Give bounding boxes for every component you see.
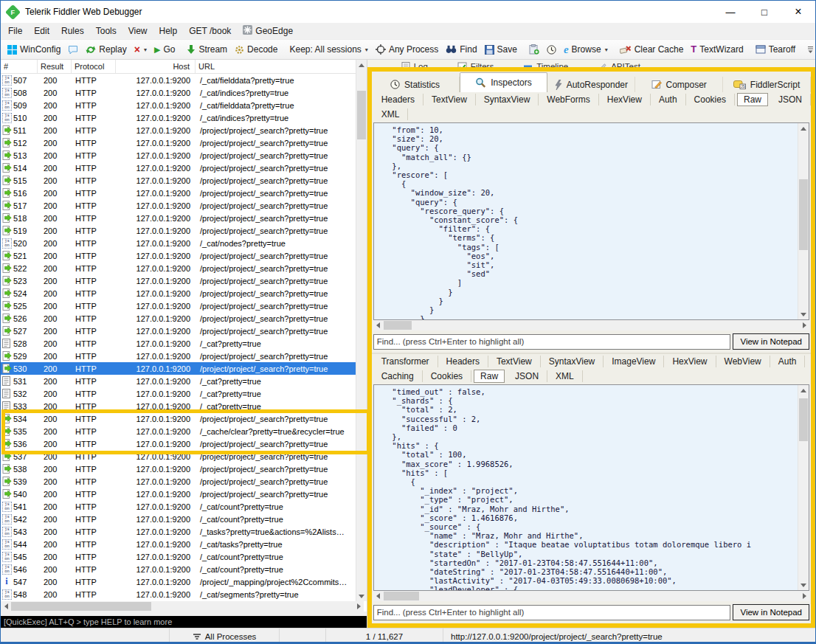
menu-item-edit[interactable]: Edit <box>28 24 55 38</box>
request-tab-json[interactable]: JSON <box>770 94 811 105</box>
toolbar-overflow-icon[interactable] <box>803 44 816 55</box>
response-tab-xml[interactable]: XML <box>547 370 583 382</box>
quickexec-bar[interactable]: [QuickExec] ALT+Q > type HELP to learn m… <box>1 616 367 628</box>
column-header-num[interactable]: # <box>1 60 38 73</box>
session-row-536[interactable]: 536200HTTP127.0.0.1:9200/project/project… <box>1 437 364 450</box>
session-row-546[interactable]: json546200HTTP127.0.0.1:9200/_cat/count?… <box>1 563 364 575</box>
tab-log[interactable]: Log <box>401 60 428 67</box>
session-row-539[interactable]: 539200HTTP127.0.0.1:9200/project/project… <box>1 475 364 488</box>
session-row-540[interactable]: 540200HTTP127.0.0.1:9200/project/project… <box>1 488 364 500</box>
session-row-512[interactable]: 512200HTTP127.0.0.1:9200/project/project… <box>1 136 364 149</box>
session-row-538[interactable]: 538200HTTP127.0.0.1:9200/project/project… <box>1 463 364 475</box>
toolbar-button-clock[interactable] <box>543 44 560 56</box>
request-raw-view[interactable]: "from": 10, "size": 20, "query": { "matc… <box>373 122 809 320</box>
response-hscrollbar[interactable] <box>373 591 809 601</box>
toolbar-button-stream[interactable]: Stream <box>183 43 231 56</box>
response-tab-cookies[interactable]: Cookies <box>423 370 471 382</box>
session-row-532[interactable]: 532200HTTP127.0.0.1:9200/_cat?pretty=tru… <box>1 387 364 400</box>
response-tab-caching[interactable]: Caching <box>373 370 423 382</box>
session-row-531[interactable]: 531200HTTP127.0.0.1:9200/_cat?pretty=tru… <box>1 375 364 387</box>
menu-item-get-book[interactable]: GET /book <box>183 24 237 38</box>
menu-item-file[interactable]: File <box>2 24 28 38</box>
session-row-543[interactable]: json543200HTTP127.0.0.1:9200/_tasks?pret… <box>1 525 364 538</box>
toolbar-button-deletex[interactable]: ×▾ <box>131 44 151 55</box>
vscroll-thumb[interactable] <box>799 398 808 441</box>
toolbar-button-go[interactable]: ▶Go <box>151 43 179 56</box>
view-in-notepad-button[interactable]: View in Notepad <box>733 604 809 620</box>
response-tab-headers[interactable]: Headers <box>438 356 488 367</box>
scroll-down-icon[interactable] <box>798 309 809 319</box>
session-row-519[interactable]: 519200HTTP127.0.0.1:9200/project/project… <box>1 224 364 237</box>
session-row-535[interactable]: 535200HTTP127.0.0.1:9200/_cache/clear?pr… <box>1 425 364 437</box>
toolbar-button-replay[interactable]: Replay <box>82 43 130 56</box>
session-row-534[interactable]: 534200HTTP127.0.0.1:9200/project/project… <box>1 412 364 425</box>
scroll-right-icon[interactable] <box>799 591 809 601</box>
request-hscrollbar[interactable] <box>373 320 809 330</box>
session-row-529[interactable]: 529200HTTP127.0.0.1:9200/project/project… <box>1 350 364 362</box>
scroll-up-icon[interactable] <box>356 60 367 70</box>
request-tab-webforms[interactable]: WebForms <box>539 94 598 105</box>
request-tab-raw[interactable]: Raw <box>737 93 768 106</box>
vscroll-thumb[interactable] <box>357 91 366 139</box>
tab-composer[interactable]: Composer <box>635 77 723 92</box>
scroll-left-icon[interactable] <box>373 320 384 330</box>
session-row-509[interactable]: json509200HTTP127.0.0.1:9200/_cat/fieldd… <box>1 99 364 111</box>
toolbar-button-save[interactable]: Save <box>481 43 521 56</box>
session-row-530[interactable]: 530200HTTP127.0.0.1:9200/project/project… <box>1 362 364 375</box>
scroll-up-icon[interactable] <box>798 123 809 134</box>
hscroll-thumb[interactable] <box>384 592 419 600</box>
scroll-left-icon[interactable] <box>373 591 384 601</box>
session-row-533[interactable]: 533200HTTP127.0.0.1:9200/_cat?pretty=tru… <box>1 400 364 412</box>
response-tab-json[interactable]: JSON <box>507 370 547 382</box>
capture-indicator[interactable] <box>1 629 170 644</box>
session-row-525[interactable]: 525200HTTP127.0.0.1:9200/project/project… <box>1 300 364 312</box>
menu-item-view[interactable]: View <box>122 24 153 38</box>
column-header-result[interactable]: Result <box>38 60 72 73</box>
response-tab-imageview[interactable]: ImageView <box>604 356 664 367</box>
hscroll-thumb[interactable] <box>11 602 151 611</box>
session-row-516[interactable]: 516200HTTP127.0.0.1:9200/project/project… <box>1 187 364 199</box>
scroll-right-icon[interactable] <box>799 320 809 330</box>
response-tab-syntaxview[interactable]: SyntaxView <box>541 356 604 367</box>
session-row-544[interactable]: json544200HTTP127.0.0.1:9200/_cat/tasks?… <box>1 538 364 550</box>
session-row-507[interactable]: json507200HTTP127.0.0.1:9200/_cat/fieldd… <box>1 74 364 86</box>
toolbar-button-screenshot[interactable] <box>525 43 543 56</box>
toolbar-button-keep-all-sessions[interactable]: Keep: All sessions▾ <box>286 43 371 56</box>
tab-apitest[interactable]: APITest <box>598 60 640 67</box>
tab-filters[interactable]: Filters <box>457 60 494 67</box>
tab-statistics[interactable]: Statistics <box>372 77 460 92</box>
menu-item-geoedge[interactable]: GeoEdge <box>237 24 299 38</box>
session-list-vscrollbar[interactable] <box>356 60 367 601</box>
maximize-button[interactable]: □ <box>747 1 781 23</box>
session-row-521[interactable]: 521200HTTP127.0.0.1:9200/project/project… <box>1 249 364 262</box>
session-row-537[interactable]: 537200HTTP127.0.0.1:9200/project/project… <box>1 450 364 463</box>
request-tab-syntaxview[interactable]: SyntaxView <box>476 94 539 105</box>
response-vscrollbar[interactable] <box>798 385 809 590</box>
response-tab-textview[interactable]: TextView <box>488 356 541 367</box>
menu-item-help[interactable]: Help <box>153 24 184 38</box>
toolbar-button-textwizard[interactable]: TTextWizard <box>687 43 747 56</box>
session-row-541[interactable]: json541200HTTP127.0.0.1:9200/_cat/count?… <box>1 500 364 513</box>
tab-fiddlerscript[interactable]: JSFiddlerScript <box>723 77 811 92</box>
request-tab-auth[interactable]: Auth <box>651 94 686 105</box>
tab-autoresponder[interactable]: AutoResponder <box>547 77 635 92</box>
toolbar-button-balloon[interactable] <box>64 44 82 56</box>
tab-timeline[interactable]: Timeline <box>523 60 568 67</box>
toolbar-button-find[interactable]: Find <box>442 43 480 56</box>
session-row-510[interactable]: json510200HTTP127.0.0.1:9200/_cat/indice… <box>1 111 364 124</box>
session-row-520[interactable]: json520200HTTP127.0.0.1:9200/_cat/nodes?… <box>1 237 364 249</box>
session-row-518[interactable]: 518200HTTP127.0.0.1:9200/project/project… <box>1 212 364 224</box>
toolbar-button-tearoff[interactable]: Tearoff <box>752 43 799 56</box>
session-row-515[interactable]: 515200HTTP127.0.0.1:9200/project/project… <box>1 174 364 187</box>
toolbar-button-browse[interactable]: eBrowse▾ <box>560 43 612 56</box>
session-row-528[interactable]: 528200HTTP127.0.0.1:9200/_cat?pretty=tru… <box>1 337 364 350</box>
vscroll-thumb[interactable] <box>799 179 808 250</box>
close-button[interactable]: × <box>781 1 815 23</box>
tab-inspectors[interactable]: Inspectors <box>460 72 548 92</box>
request-tab-xml[interactable]: XML <box>373 108 409 120</box>
session-row-513[interactable]: 513200HTTP127.0.0.1:9200/project/project… <box>1 149 364 162</box>
toolbar-button-any-process[interactable]: Any Process <box>372 43 442 56</box>
hscroll-thumb[interactable] <box>384 321 412 330</box>
scroll-down-icon[interactable] <box>356 591 367 601</box>
session-row-511[interactable]: 511200HTTP127.0.0.1:9200/project/project… <box>1 124 364 136</box>
